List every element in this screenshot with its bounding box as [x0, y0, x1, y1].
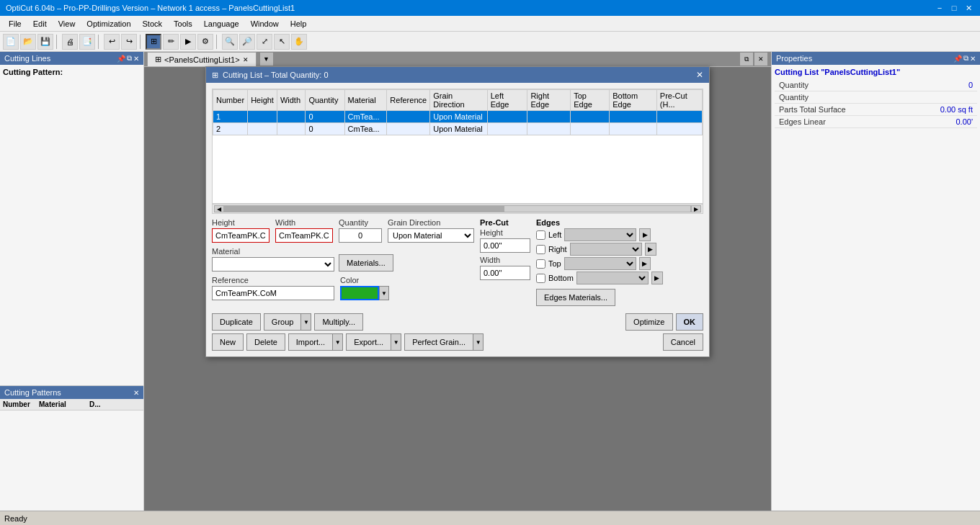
menu-help[interactable]: Help	[285, 18, 313, 30]
edge-right-label: Right	[548, 245, 567, 253]
panel-float[interactable]: ⧉	[127, 54, 132, 63]
th-left-edge: Left Edge	[487, 90, 527, 111]
width-input[interactable]	[275, 228, 333, 243]
tb-config[interactable]: ⚙	[197, 34, 213, 50]
tb-print2[interactable]: 📑	[79, 34, 95, 50]
table-row[interactable]: 2 0 CmTea... Upon Material	[213, 123, 703, 135]
props-close[interactable]: ✕	[970, 54, 976, 63]
color-button[interactable]	[340, 286, 379, 300]
hscroll-left[interactable]: ◀	[214, 205, 224, 212]
tb-run[interactable]: ▶	[180, 34, 196, 50]
th-reference: Reference	[387, 90, 430, 111]
tb-select[interactable]: ↖	[274, 34, 290, 50]
menu-window[interactable]: Window	[245, 18, 285, 30]
hscroll-right[interactable]: ▶	[691, 205, 701, 212]
export-arrow-btn[interactable]: ▼	[391, 333, 401, 351]
panel-pin[interactable]: 📌	[117, 54, 125, 63]
edge-right-select[interactable]	[570, 243, 642, 256]
edge-top-checkbox[interactable]	[536, 259, 545, 269]
title-bar-text: OptiCut 6.04b – Pro-PP-Drillings Version…	[6, 4, 295, 12]
edge-right-checkbox[interactable]	[536, 245, 545, 254]
cell-number: 1	[213, 111, 248, 123]
multiply-button[interactable]: Multiply...	[314, 313, 363, 331]
edge-top-btn[interactable]: ▶	[639, 257, 651, 270]
menu-tools[interactable]: Tools	[168, 18, 198, 30]
tb-new[interactable]: 📄	[3, 34, 19, 50]
new-button[interactable]: New	[212, 333, 244, 351]
import-button[interactable]: Import...	[288, 333, 333, 351]
cell-left	[487, 111, 527, 123]
tb-save[interactable]: 💾	[37, 34, 53, 50]
optimize-button[interactable]: Optimize	[625, 313, 672, 331]
table-wrapper[interactable]: Number Height Width Quantity Material Re…	[212, 89, 703, 204]
tb-print[interactable]: 🖨	[62, 34, 78, 50]
hscroll-track[interactable]	[224, 205, 691, 212]
table-header-row: Number Height Width Quantity Material Re…	[213, 90, 703, 111]
cutting-lines-header: Cutting Lines 📌 ⧉ ✕	[0, 52, 143, 65]
h-scrollbar[interactable]: ◀ ▶	[212, 204, 703, 214]
edge-bottom-btn[interactable]: ▶	[651, 272, 663, 284]
materials-button[interactable]: Materials...	[339, 254, 393, 272]
tb-pan[interactable]: ✋	[291, 34, 307, 50]
close-button[interactable]: ✕	[963, 2, 974, 14]
tb-zoom-in[interactable]: 🔍	[222, 34, 238, 50]
cancel-button[interactable]: Cancel	[663, 333, 703, 351]
tb-edit[interactable]: ✏	[163, 34, 179, 50]
grain-dir-label: Grain Direction	[388, 218, 474, 227]
tb-undo[interactable]: ↩	[104, 34, 120, 50]
tb-grid[interactable]: ⊞	[146, 34, 161, 50]
edge-left-btn[interactable]: ▶	[639, 228, 651, 241]
import-arrow-btn[interactable]: ▼	[333, 333, 343, 351]
menu-file[interactable]: File	[3, 18, 27, 30]
dialog-close-button[interactable]: ✕	[696, 70, 703, 80]
tb-fit[interactable]: ⤢	[257, 34, 272, 50]
edges-materials-button[interactable]: Edges Materials...	[536, 289, 615, 306]
precut-width-input[interactable]	[480, 266, 530, 280]
perfect-grain-button[interactable]: Perfect Grain...	[404, 333, 473, 351]
precut-height-input[interactable]	[480, 238, 530, 253]
panel-close[interactable]: ✕	[133, 54, 139, 63]
props-pin[interactable]: 📌	[953, 54, 962, 63]
reference-label: Reference	[212, 276, 334, 284]
reference-input[interactable]	[212, 286, 334, 300]
edge-left-select[interactable]	[564, 228, 636, 241]
menu-edit[interactable]: Edit	[27, 18, 53, 30]
ok-button[interactable]: OK	[676, 313, 704, 331]
material-select[interactable]	[212, 257, 334, 272]
cell-width	[277, 111, 306, 123]
props-float[interactable]: ⧉	[963, 54, 968, 63]
edge-left-row: Left ▶	[536, 228, 663, 241]
menu-stock[interactable]: Stock	[137, 18, 169, 30]
tb-open[interactable]: 📂	[20, 34, 36, 50]
table-row[interactable]: 1 0 CmTea... Upon Material	[213, 111, 703, 123]
menu-language[interactable]: Language	[198, 18, 245, 30]
edge-bottom-checkbox[interactable]	[536, 274, 545, 283]
export-button[interactable]: Export...	[346, 333, 391, 351]
menu-view[interactable]: View	[53, 18, 81, 30]
tb-zoom-out[interactable]: 🔎	[239, 34, 255, 50]
tb-redo[interactable]: ↪	[121, 34, 137, 50]
edge-bottom-select[interactable]	[576, 272, 649, 284]
color-dropdown-btn[interactable]: ▼	[379, 286, 389, 300]
grain-dir-select[interactable]: Upon Material Horizontal Vertical No Gra…	[388, 228, 474, 243]
cutting-lines-title: Cutting Lines	[4, 54, 50, 63]
duplicate-button[interactable]: Duplicate	[212, 313, 261, 331]
edge-top-select[interactable]	[564, 257, 636, 270]
edge-bottom-row: Bottom ▶	[536, 272, 663, 284]
delete-button[interactable]: Delete	[246, 333, 285, 351]
group-button[interactable]: Group	[264, 313, 302, 331]
perfect-grain-arrow-btn[interactable]: ▼	[473, 333, 484, 351]
edge-left-checkbox[interactable]	[536, 230, 545, 240]
minimize-button[interactable]: −	[934, 2, 945, 14]
properties-header-btns: 📌 ⧉ ✕	[953, 54, 976, 63]
properties-panel: Properties 📌 ⧉ ✕ Cutting List "PanelsCut…	[771, 52, 980, 525]
cutting-patterns-close[interactable]: ✕	[133, 389, 139, 397]
quantity-input[interactable]	[339, 228, 382, 243]
precut-width-label: Width	[480, 256, 530, 264]
group-arrow-btn[interactable]: ▼	[301, 313, 311, 331]
maximize-button[interactable]: □	[948, 2, 960, 14]
height-input[interactable]	[212, 228, 270, 243]
menu-optimization[interactable]: Optimization	[81, 18, 136, 30]
group-button-wrapper: Group ▼	[264, 313, 312, 331]
edge-right-btn[interactable]: ▶	[645, 243, 656, 256]
